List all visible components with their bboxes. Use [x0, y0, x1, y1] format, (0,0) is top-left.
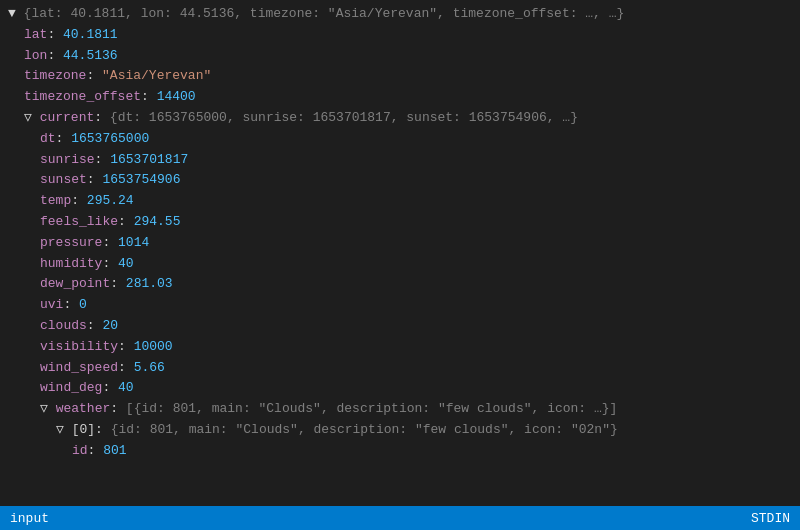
lat-value: 40.1811 — [63, 25, 118, 46]
status-bar: input STDIN — [0, 506, 800, 530]
visibility-key: visibility — [40, 337, 118, 358]
timezone-offset-key: timezone_offset — [24, 87, 141, 108]
status-right-label: STDIN — [751, 511, 790, 526]
clouds-value: 20 — [102, 316, 118, 337]
current-key: current — [40, 108, 95, 129]
timezone-line: timezone : "Asia/Yerevan" — [8, 66, 792, 87]
feels-like-key: feels_like — [40, 212, 118, 233]
wind-deg-key: wind_deg — [40, 378, 102, 399]
timezone-key: timezone — [24, 66, 86, 87]
current-line[interactable]: ▽ current : {dt: 1653765000, sunrise: 16… — [8, 108, 792, 129]
humidity-line: humidity : 40 — [8, 254, 792, 275]
sunset-value: 1653754906 — [102, 170, 180, 191]
weather-0-line[interactable]: ▽ [0]: {id: 801, main: "Clouds", descrip… — [8, 420, 792, 441]
sunset-key: sunset — [40, 170, 87, 191]
lat-line: lat : 40.1811 — [8, 25, 792, 46]
sunrise-key: sunrise — [40, 150, 95, 171]
humidity-key: humidity — [40, 254, 102, 275]
weather-line[interactable]: ▽ weather : [{id: 801, main: "Clouds", d… — [8, 399, 792, 420]
weather-id-value: 801 — [103, 441, 126, 462]
temp-line: temp : 295.24 — [8, 191, 792, 212]
current-summary: {dt: 1653765000, sunrise: 1653701817, su… — [110, 108, 578, 129]
dew-point-key: dew_point — [40, 274, 110, 295]
json-viewer: ▼ {lat: 40.1811, lon: 44.5136, timezone:… — [0, 0, 800, 506]
lon-line: lon : 44.5136 — [8, 46, 792, 67]
timezone-offset-value: 14400 — [157, 87, 196, 108]
uvi-key: uvi — [40, 295, 63, 316]
pressure-key: pressure — [40, 233, 102, 254]
lon-value: 44.5136 — [63, 46, 118, 67]
visibility-value: 10000 — [134, 337, 173, 358]
uvi-line: uvi : 0 — [8, 295, 792, 316]
pressure-value: 1014 — [118, 233, 149, 254]
weather-key: weather — [56, 399, 111, 420]
sunrise-line: sunrise : 1653701817 — [8, 150, 792, 171]
wind-deg-line: wind_deg : 40 — [8, 378, 792, 399]
pressure-line: pressure : 1014 — [8, 233, 792, 254]
dt-line: dt : 1653765000 — [8, 129, 792, 150]
timezone-value: "Asia/Yerevan" — [102, 66, 211, 87]
root-summary: {lat: 40.1811, lon: 44.5136, timezone: "… — [24, 4, 625, 25]
temp-value: 295.24 — [87, 191, 134, 212]
weather-summary: [{id: 801, main: "Clouds", description: … — [126, 399, 617, 420]
wind-speed-key: wind_speed — [40, 358, 118, 379]
wind-deg-value: 40 — [118, 378, 134, 399]
wind-speed-value: 5.66 — [134, 358, 165, 379]
uvi-value: 0 — [79, 295, 87, 316]
dew-point-value: 281.03 — [126, 274, 173, 295]
wind-speed-line: wind_speed : 5.66 — [8, 358, 792, 379]
current-triangle[interactable]: ▽ — [24, 108, 40, 129]
weather-0-triangle[interactable]: ▽ — [56, 420, 72, 441]
timezone-offset-line: timezone_offset : 14400 — [8, 87, 792, 108]
dt-value: 1653765000 — [71, 129, 149, 150]
visibility-line: visibility : 10000 — [8, 337, 792, 358]
temp-key: temp — [40, 191, 71, 212]
humidity-value: 40 — [118, 254, 134, 275]
feels-like-line: feels_like : 294.55 — [8, 212, 792, 233]
sunrise-value: 1653701817 — [110, 150, 188, 171]
clouds-line: clouds : 20 — [8, 316, 792, 337]
root-triangle[interactable]: ▼ — [8, 4, 24, 25]
weather-triangle[interactable]: ▽ — [40, 399, 56, 420]
weather-id-key: id — [72, 441, 88, 462]
dt-key: dt — [40, 129, 56, 150]
status-left-label: input — [10, 511, 49, 526]
weather-id-line: id : 801 — [8, 441, 792, 462]
weather-0-summary: {id: 801, main: "Clouds", description: "… — [111, 420, 618, 441]
lat-key: lat — [24, 25, 47, 46]
root-line[interactable]: ▼ {lat: 40.1811, lon: 44.5136, timezone:… — [8, 4, 792, 25]
dew-point-line: dew_point : 281.03 — [8, 274, 792, 295]
lon-key: lon — [24, 46, 47, 67]
clouds-key: clouds — [40, 316, 87, 337]
feels-like-value: 294.55 — [134, 212, 181, 233]
sunset-line: sunset : 1653754906 — [8, 170, 792, 191]
